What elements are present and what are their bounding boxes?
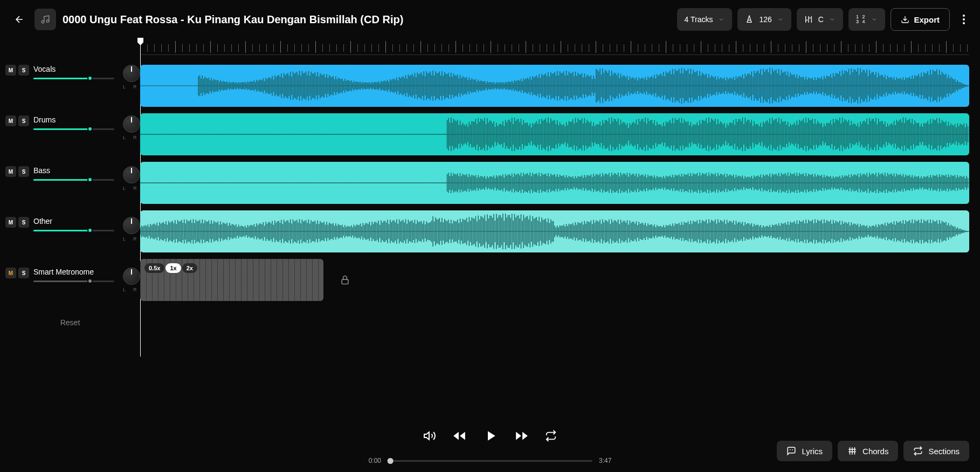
transport-controls	[423, 428, 557, 444]
export-label: Export	[914, 15, 940, 24]
waveform-other[interactable]	[140, 210, 969, 252]
chords-label: Chords	[862, 447, 888, 456]
main: M S Vocals LR M S Drums LR	[0, 39, 980, 423]
mute-button[interactable]: M	[5, 217, 16, 228]
mute-button[interactable]: M	[5, 115, 16, 126]
solo-button[interactable]: S	[18, 115, 29, 126]
rewind-button[interactable]	[452, 429, 466, 443]
more-button[interactable]	[958, 15, 969, 24]
track-name: Smart Metronome	[33, 268, 114, 276]
track-control: M S Drums LR	[5, 115, 135, 148]
mute-button[interactable]: M	[5, 166, 16, 177]
track-control: M S Vocals LR	[5, 65, 135, 97]
volume-slider[interactable]	[33, 179, 114, 181]
bpm-value: 126	[759, 15, 771, 24]
ms-group: M S	[5, 268, 29, 278]
chevron-down-icon	[829, 16, 836, 23]
track-control: M S Bass LR	[5, 166, 135, 199]
chords-icon	[847, 446, 857, 456]
key-dropdown[interactable]: C	[797, 8, 843, 31]
metronome-icon	[745, 15, 754, 24]
track-sidebar: M S Vocals LR M S Drums LR	[0, 39, 140, 423]
reset-button[interactable]: Reset	[5, 318, 135, 327]
waveform-tracks: 0.5x1x2x	[140, 65, 969, 301]
sections-label: Sections	[928, 447, 960, 456]
timesig-icon: 1 2 3 4	[856, 15, 866, 24]
mute-button[interactable]: M	[5, 268, 16, 278]
volume-slider[interactable]	[33, 281, 114, 282]
pan-knob[interactable]	[123, 115, 140, 133]
mute-button[interactable]: M	[5, 65, 16, 76]
chevron-down-icon	[777, 16, 784, 23]
footer: 0:00 3:47 Lyrics Chords Sections	[0, 423, 980, 472]
pan-knob[interactable]	[123, 166, 140, 183]
volume-slider[interactable]	[33, 78, 114, 79]
svg-point-3	[963, 18, 965, 20]
metronome-preview[interactable]: 0.5x1x2x	[140, 259, 323, 301]
chords-button[interactable]: Chords	[838, 441, 898, 461]
waveform-vocals[interactable]	[140, 65, 969, 107]
speed-pill[interactable]: 2x	[182, 263, 197, 273]
play-button[interactable]	[482, 428, 499, 444]
speed-pills: 0.5x1x2x	[144, 263, 197, 273]
solo-button[interactable]: S	[18, 268, 29, 278]
time-current: 0:00	[369, 457, 381, 464]
track-control: M S Smart Metronome LR	[5, 268, 135, 300]
forward-button[interactable]	[515, 429, 529, 443]
pan-knob[interactable]	[123, 217, 140, 234]
track-name: Other	[33, 217, 114, 225]
solo-button[interactable]: S	[18, 166, 29, 177]
download-icon	[901, 15, 909, 24]
solo-button[interactable]: S	[18, 217, 29, 228]
lock-icon[interactable]	[340, 275, 350, 285]
progress-thumb[interactable]	[388, 458, 394, 464]
waveform-bass[interactable]	[140, 162, 969, 204]
metronome-track: 0.5x1x2x	[140, 259, 969, 301]
timesig-dropdown[interactable]: 1 2 3 4	[848, 8, 886, 31]
tracks-label: 4 Tracks	[685, 15, 713, 24]
loop-button[interactable]	[545, 430, 557, 442]
pan-knob[interactable]	[123, 268, 140, 285]
timeline-area: 0.5x1x2x	[140, 39, 980, 423]
svg-point-2	[963, 15, 965, 17]
pan-knob[interactable]	[123, 65, 140, 82]
chevron-down-icon	[718, 16, 724, 23]
volume-slider[interactable]	[33, 230, 114, 231]
bpm-dropdown[interactable]: 126	[737, 8, 791, 31]
svg-point-1	[46, 20, 49, 23]
song-title: 0000 Ungu Feat Rossa - Ku Pinang Kau Den…	[63, 13, 677, 26]
more-vertical-icon	[963, 15, 965, 24]
chevron-down-icon	[871, 16, 878, 23]
track-name-col: Drums	[33, 115, 114, 130]
waveform-drums[interactable]	[140, 113, 969, 155]
track-name: Vocals	[33, 65, 114, 73]
solo-button[interactable]: S	[18, 65, 29, 76]
lyrics-button[interactable]: Lyrics	[777, 441, 832, 461]
export-button[interactable]: Export	[891, 8, 950, 31]
track-name: Bass	[33, 166, 114, 175]
speed-pill[interactable]: 0.5x	[144, 263, 164, 273]
volume-button[interactable]	[423, 429, 436, 442]
header-controls: 4 Tracks 126 C 1 2 3 4 Export	[677, 8, 969, 31]
back-button[interactable]	[11, 11, 28, 28]
progress-row: 0:00 3:47	[369, 457, 612, 464]
ms-group: M S	[5, 217, 29, 228]
tuning-icon	[804, 15, 813, 24]
lyrics-icon	[786, 446, 796, 456]
ms-group: M S	[5, 166, 29, 177]
volume-slider[interactable]	[33, 128, 114, 130]
time-ruler[interactable]	[140, 39, 969, 55]
track-name-col: Bass	[33, 166, 114, 181]
speed-pill[interactable]: 1x	[165, 263, 181, 273]
track-name-col: Vocals	[33, 65, 114, 79]
file-icon	[34, 9, 56, 30]
tracks-dropdown[interactable]: 4 Tracks	[677, 8, 733, 31]
lyrics-label: Lyrics	[802, 447, 823, 456]
header: 0000 Ungu Feat Rossa - Ku Pinang Kau Den…	[0, 0, 980, 39]
footer-right: Lyrics Chords Sections	[777, 441, 969, 461]
track-name-col: Smart Metronome	[33, 268, 114, 282]
sections-button[interactable]: Sections	[903, 441, 969, 461]
track-name-col: Other	[33, 217, 114, 231]
key-value: C	[818, 15, 824, 24]
progress-bar[interactable]	[388, 460, 592, 462]
